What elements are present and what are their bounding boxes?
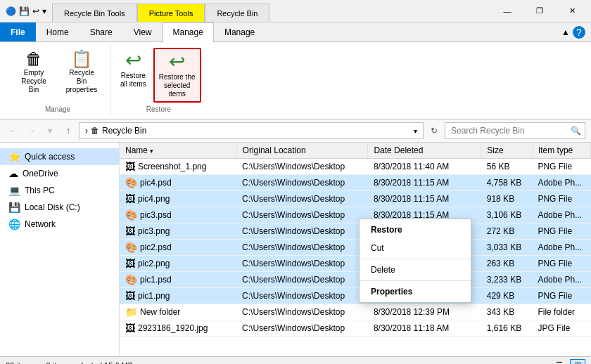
ctx-separator-1 (360, 259, 471, 259)
col-type[interactable]: Item type (532, 143, 590, 159)
file-size: 56 KB (481, 159, 533, 175)
path-text: Recycle Bin (102, 126, 146, 136)
list-view-button[interactable]: ⊞ (570, 359, 585, 365)
ctx-properties[interactable]: Properties (360, 282, 471, 301)
sidebar: ⭐ Quick access ☁ OneDrive 💻 This PC 💾 Lo… (0, 143, 120, 356)
context-menu: Restore Cut Delete Properties (359, 219, 471, 303)
sidebar-network-label: Network (25, 219, 56, 229)
file-date: 8/30/2018 11:15 AM (368, 191, 481, 207)
network-icon: 🌐 (8, 219, 20, 230)
refresh-button[interactable]: ↻ (426, 123, 442, 138)
file-icon: 🖼 (125, 290, 135, 301)
ribbon-group-manage: 🗑 EmptyRecycle Bin 📋 Recycle Binproperti… (6, 45, 110, 116)
ctx-cut[interactable]: Cut (360, 239, 471, 257)
up-button[interactable]: ↑ (61, 123, 76, 138)
col-location[interactable]: Original Location (236, 143, 368, 159)
file-type: PNG File (532, 159, 590, 175)
col-date[interactable]: Date Deleted (368, 143, 481, 159)
back-button[interactable]: ← (6, 123, 21, 138)
sidebar-item-local-disk[interactable]: 💾 Local Disk (C:) (0, 199, 119, 216)
selected-info: 8 items selected 15.6 MB (46, 361, 134, 365)
file-icon: 🎨 (125, 242, 137, 253)
restore-all-items-button[interactable]: ↩ Restoreall items (116, 48, 151, 91)
file-type: Adobe Ph... (532, 207, 590, 223)
sidebar-item-network[interactable]: 🌐 Network (0, 216, 119, 233)
tab-home[interactable]: Home (36, 22, 80, 41)
empty-recycle-bin-button[interactable]: 🗑 EmptyRecycle Bin (11, 48, 56, 97)
restore-buttons: ↩ Restoreall items ↩ Restore theselected… (116, 48, 201, 103)
table-row[interactable]: 🎨pic2.psd C:\Users\Windows\Desktop 8/30/… (120, 240, 591, 256)
close-button[interactable]: ✕ (556, 0, 588, 22)
manage-group-label: Manage (45, 103, 70, 113)
ctx-delete[interactable]: Delete (360, 261, 471, 279)
tab-share[interactable]: Share (80, 22, 123, 41)
recent-locations-button[interactable]: ▾ (42, 123, 58, 138)
file-type: Adobe Ph... (532, 175, 590, 191)
file-size: 3,033 KB (481, 240, 533, 256)
file-table: Name ▾ Original Location Date Deleted Si… (120, 143, 591, 337)
details-view-button[interactable]: ☰ (552, 359, 567, 365)
table-row[interactable]: 🎨pic3.psd C:\Users\Windows\Desktop 8/30/… (120, 207, 591, 223)
dropdown-icon[interactable]: ▾ (42, 6, 46, 16)
recycle-bin-properties-button[interactable]: 📋 Recycle Binproperties (59, 48, 104, 97)
tab-picture-tools[interactable]: Picture Tools (137, 4, 205, 22)
table-row[interactable]: 🖼pic4.png C:\Users\Windows\Desktop 8/30/… (120, 191, 591, 207)
table-row[interactable]: 🎨pic1.psd C:\Users\Windows\Desktop 8/30/… (120, 272, 591, 288)
save-icon[interactable]: 💾 (19, 6, 30, 16)
file-name: pic3.psd (140, 210, 172, 220)
table-row[interactable]: 🎨pic4.psd C:\Users\Windows\Desktop 8/30/… (120, 175, 591, 191)
search-icon: 🔍 (571, 126, 581, 136)
tab-manage-recycle[interactable]: Manage (163, 22, 214, 42)
file-date: 8/30/2018 11:15 AM (368, 175, 481, 191)
table-row[interactable]: 🖼2923186_1920.jpg C:\Users\Windows\Deskt… (120, 320, 591, 337)
col-name[interactable]: Name ▾ (120, 143, 236, 159)
restore-selected-items-button[interactable]: ↩ Restore theselected items (153, 48, 201, 103)
file-location: C:\Users\Windows\Desktop (236, 288, 368, 304)
sidebar-item-onedrive[interactable]: ☁ OneDrive (0, 165, 119, 182)
file-icon: 🖼 (125, 161, 135, 172)
file-name: New folder (140, 307, 180, 317)
file-icon: 🖼 (125, 226, 135, 237)
table-row[interactable]: 🖼pic3.png C:\Users\Windows\Desktop 8/30/… (120, 223, 591, 240)
file-location: C:\Users\Windows\Desktop (236, 175, 368, 191)
search-input[interactable] (445, 122, 585, 139)
quick-access-icon[interactable]: 🔵 (6, 6, 16, 16)
sidebar-item-this-pc[interactable]: 💻 This PC (0, 182, 119, 199)
tab-view[interactable]: View (123, 22, 163, 41)
file-size: 429 KB (481, 288, 533, 304)
sidebar-item-quick-access[interactable]: ⭐ Quick access (0, 148, 119, 165)
minimize-button[interactable]: — (491, 0, 523, 22)
path-dropdown-icon[interactable]: ▾ (414, 127, 417, 135)
properties-label: Recycle Binproperties (63, 69, 100, 94)
restore-all-icon: ↩ (125, 51, 141, 70)
ctx-separator-2 (360, 280, 471, 281)
file-type: PNG File (532, 288, 590, 304)
address-bar: ← → ▾ ↑ › 🗑 Recycle Bin ▾ ↻ 🔍 (0, 119, 591, 143)
file-location: C:\Users\Windows\Desktop (236, 223, 368, 240)
tab-manage-picture[interactable]: Manage (214, 22, 265, 41)
table-row[interactable]: 🖼pic1.png C:\Users\Windows\Desktop 8/30/… (120, 288, 591, 304)
help-icon[interactable]: ? (573, 26, 585, 39)
file-type: File folder (532, 304, 590, 320)
search-container: 🔍 (445, 122, 585, 139)
file-icon: 🖼 (125, 323, 135, 334)
table-row[interactable]: 📁New folder C:\Users\Windows\Desktop 8/3… (120, 304, 591, 320)
file-date: 8/30/2018 11:40 AM (368, 159, 481, 175)
col-size[interactable]: Size (481, 143, 533, 159)
table-row[interactable]: 🖼Screenshot_1.png C:\Users\Windows\Deskt… (120, 159, 591, 175)
ctx-restore[interactable]: Restore (360, 221, 471, 239)
file-size: 3,106 KB (481, 207, 533, 223)
ribbon-tabs: File Home Share View Manage Manage ▲ ? (0, 22, 591, 42)
file-size: 1,616 KB (481, 320, 533, 337)
tab-recycle-bin-tools[interactable]: Recycle Bin Tools (52, 4, 137, 22)
undo-icon[interactable]: ↩ (32, 6, 39, 16)
tab-recycle-bin-title[interactable]: Recycle Bin (205, 4, 269, 22)
tab-file[interactable]: File (0, 22, 36, 41)
ribbon-group-restore: ↩ Restoreall items ↩ Restore theselected… (110, 45, 207, 116)
table-row[interactable]: 🖼pic2.png C:\Users\Windows\Desktop 8/30/… (120, 256, 591, 272)
forward-button[interactable]: → (24, 123, 39, 138)
ribbon-collapse-icon[interactable]: ▲ (561, 27, 570, 37)
file-size: 3,233 KB (481, 272, 533, 288)
maximize-button[interactable]: ❐ (523, 0, 556, 22)
address-path[interactable]: › 🗑 Recycle Bin ▾ (79, 122, 424, 139)
